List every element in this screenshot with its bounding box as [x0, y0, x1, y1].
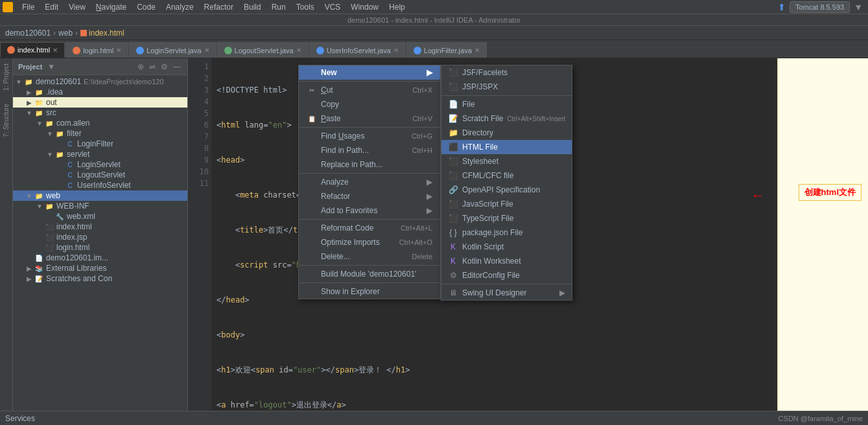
tab-close-index[interactable]: ✕	[53, 47, 58, 54]
tree-external-libs[interactable]: ▶ 📚 External Libraries	[13, 263, 187, 273]
submenu-openapi[interactable]: 🔗 OpenAPI Specification	[441, 183, 572, 197]
tree-userinfoservlet[interactable]: ▶ C UserInfoServlet	[13, 180, 187, 190]
tab-close-login[interactable]: ✕	[116, 47, 121, 54]
tree-arrow-root: ▼	[14, 78, 23, 86]
tab-login-html[interactable]: login.html ✕	[65, 42, 128, 58]
cm-find-path-icon	[307, 146, 317, 155]
menu-file[interactable]: File	[17, 1, 40, 13]
submenu-jsp[interactable]: ⬛ JSP/JSPX	[441, 80, 572, 94]
tree-loginfilter[interactable]: ▶ C LoginFilter	[13, 139, 187, 149]
cm-delete[interactable]: Delete... Delete	[299, 249, 440, 264]
tree-src[interactable]: ▼ 📁 src	[13, 108, 187, 118]
tab-close-loginservlet[interactable]: ✕	[204, 47, 209, 54]
submenu-scratch[interactable]: 📝 Scratch File Ctrl+Alt+Shift+Insert	[441, 111, 572, 126]
menu-build[interactable]: Build	[239, 1, 266, 13]
sidebar-strip-project[interactable]: 1: Project	[3, 63, 10, 91]
cm-cut[interactable]: ✂ Cut Ctrl+X	[299, 83, 440, 97]
menu-view[interactable]: View	[64, 1, 91, 13]
project-dropdown-icon[interactable]: ▼	[47, 62, 55, 71]
breadcrumb-web[interactable]: web	[58, 29, 73, 38]
services-label[interactable]: Services	[5, 414, 35, 423]
tree-web[interactable]: ▼ 📁 web	[13, 190, 187, 201]
tab-close-logoutservlet[interactable]: ✕	[296, 47, 301, 54]
tab-loginfilter[interactable]: LoginFilter.java ✕	[406, 42, 487, 58]
submenu-stylesheet[interactable]: ⬛ Stylesheet	[441, 154, 572, 168]
tree-root[interactable]: ▼ 📁 demo120601 E:\IdeaProjects\demo120	[13, 76, 187, 87]
cm-build-module[interactable]: Build Module 'demo120601'	[299, 267, 440, 281]
chevron-down-icon[interactable]: ▼	[854, 2, 863, 12]
tree-iml[interactable]: ▶ 📄 demo120601.im...	[13, 253, 187, 263]
submenu-cfml-label: CFML/CFC file	[462, 171, 513, 180]
scratch-icon: 📝	[448, 114, 458, 123]
menu-edit[interactable]: Edit	[40, 1, 64, 13]
submenu-file[interactable]: 📄 File	[441, 97, 572, 111]
tree-loginservlet[interactable]: ▶ C LoginServlet	[13, 159, 187, 170]
tree-loginhtml[interactable]: ▶ ⬛ login.html	[13, 242, 187, 253]
submenu-jsf[interactable]: ⬛ JSF/Facelets	[441, 65, 572, 80]
menu-run[interactable]: Run	[266, 1, 291, 13]
tree-webxml[interactable]: ▶ 🔧 web.xml	[13, 211, 187, 222]
menu-refactor[interactable]: Refactor	[199, 1, 239, 13]
submenu-editorconfig[interactable]: ⚙ EditorConfig File	[441, 268, 572, 282]
sidebar-strip-structure[interactable]: 7: Structure	[3, 104, 10, 137]
cm-reformat[interactable]: Reformat Code Ctrl+Alt+L	[299, 221, 440, 235]
cm-find-path[interactable]: Find in Path... Ctrl+H	[299, 143, 440, 157]
menu-help[interactable]: Help	[384, 1, 410, 13]
tree-logoutservlet[interactable]: ▶ C LogoutServlet	[13, 170, 187, 180]
cm-paste[interactable]: 📋 Paste Ctrl+V	[299, 111, 440, 126]
tab-loginservlet[interactable]: LoginServlet.java ✕	[129, 42, 216, 58]
tomcat-button[interactable]: Tomcat 8.5.593	[790, 1, 850, 13]
cm-refactor-label: Refactor	[321, 192, 423, 201]
breadcrumb-indexhtml[interactable]: index.html	[80, 29, 124, 38]
tree-comallen[interactable]: ▼ 📁 com.allen	[13, 118, 187, 128]
cm-optimize[interactable]: Optimize Imports Ctrl+Alt+O	[299, 235, 440, 249]
tab-userinfoservlet[interactable]: UserInfoServlet.java ✕	[309, 42, 406, 58]
tree-indexhtml[interactable]: ▶ ⬛ index.html	[13, 222, 187, 232]
submenu-ts[interactable]: ⬛ TypeScript File	[441, 211, 572, 225]
submenu-swing[interactable]: 🖥 Swing UI Designer ▶	[441, 286, 572, 300]
submenu-pkg[interactable]: { } package.json File	[441, 225, 572, 240]
cm-copy-label: Copy	[321, 100, 432, 109]
tab-index-html[interactable]: index.html ✕	[0, 42, 65, 58]
submenu-html[interactable]: ⬛ HTML File	[441, 140, 572, 154]
submenu-directory[interactable]: 📁 Directory	[441, 126, 572, 140]
menu-code[interactable]: Code	[132, 1, 161, 13]
menu-navigate[interactable]: Navigate	[91, 1, 132, 13]
menu-tools[interactable]: Tools	[291, 1, 320, 13]
tree-idea[interactable]: ▶ 📁 .idea	[13, 87, 187, 97]
menu-window[interactable]: Window	[346, 1, 384, 13]
breadcrumb-demo120601[interactable]: demo120601	[5, 29, 51, 38]
project-btn-settings[interactable]: ⚙	[159, 62, 169, 71]
tree-indexjsp[interactable]: ▶ ⬛ index.jsp	[13, 232, 187, 242]
tree-scratches[interactable]: ▶ 📝 Scratches and Con	[13, 273, 187, 284]
project-btn-close[interactable]: —	[172, 62, 182, 71]
cm-show-explorer[interactable]: Show in Explorer	[299, 284, 440, 299]
tab-close-userinfoservlet[interactable]: ✕	[393, 47, 399, 54]
submenu-kotlin-script[interactable]: K Kotlin Script	[441, 240, 572, 254]
tab-close-loginfilter[interactable]: ✕	[475, 47, 480, 54]
submenu-js[interactable]: ⬛ JavaScript File	[441, 197, 572, 211]
menu-vcs[interactable]: VCS	[320, 1, 346, 13]
tree-servlet[interactable]: ▼ 📁 servlet	[13, 149, 187, 159]
navigate-icon[interactable]: ⬆	[778, 2, 786, 12]
cm-analyze[interactable]: Analyze ▶	[299, 175, 440, 189]
cm-replace-path[interactable]: Replace in Path...	[299, 157, 440, 172]
menu-analyze[interactable]: Analyze	[161, 1, 199, 13]
cm-build-icon	[307, 270, 317, 279]
html-file-icon	[7, 46, 15, 54]
directory-icon: 📁	[448, 128, 458, 137]
cm-find-usages[interactable]: Find Usages Ctrl+G	[299, 129, 440, 143]
tab-logoutservlet[interactable]: LogoutServlet.java ✕	[217, 42, 309, 58]
tree-filter[interactable]: ▼ 📁 filter	[13, 128, 187, 139]
submenu-kotlin-worksheet[interactable]: K Kotlin Worksheet	[441, 254, 572, 268]
cm-favorites[interactable]: Add to Favorites ▶	[299, 203, 440, 218]
project-btn-scroll[interactable]: ⇌	[148, 62, 157, 71]
tree-out[interactable]: ▶ 📁 out	[13, 97, 187, 108]
cm-copy[interactable]: Copy	[299, 97, 440, 111]
cm-new[interactable]: New ▶	[299, 65, 440, 80]
tree-webinf[interactable]: ▼ 📁 WEB-INF	[13, 201, 187, 211]
project-btn-add[interactable]: ⊕	[136, 62, 145, 71]
tab-label-userinfoservlet: UserInfoServlet.java	[327, 47, 391, 54]
cm-refactor[interactable]: Refactor ▶	[299, 189, 440, 203]
submenu-cfml[interactable]: ⬛ CFML/CFC file	[441, 168, 572, 183]
